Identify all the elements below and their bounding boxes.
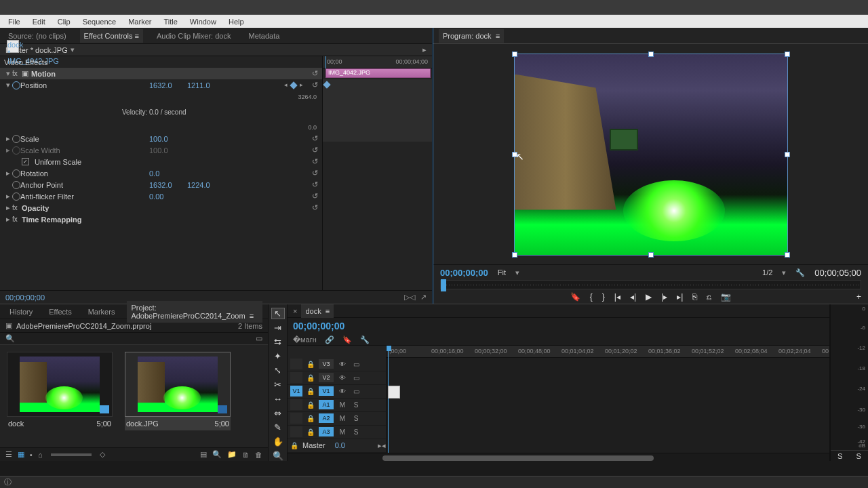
mute-a2-icon[interactable]: M xyxy=(338,415,347,422)
timeline-scroll-thumb[interactable] xyxy=(382,455,654,461)
tab-effects[interactable]: Effects xyxy=(45,305,75,319)
stopwatch-anchor-icon[interactable] xyxy=(12,181,20,189)
reset-scale-icon[interactable]: ↺ xyxy=(312,134,318,143)
menu-help[interactable]: Help xyxy=(223,16,250,27)
zoom-tool-icon[interactable]: 🔍 xyxy=(272,451,284,461)
selection-tool-icon[interactable]: ↖ xyxy=(272,308,284,319)
find-icon[interactable]: 🔍 xyxy=(212,450,222,459)
handle-tr[interactable] xyxy=(785,52,790,57)
timeline-timecode[interactable]: 00;00;00;00 xyxy=(293,321,344,331)
tl-settings-icon[interactable]: 🔧 xyxy=(360,336,370,344)
twirl-position[interactable]: ▾ xyxy=(4,81,12,89)
rolling-edit-tool-icon[interactable]: ✦ xyxy=(272,351,284,361)
razor-tool-icon[interactable]: ✂ xyxy=(272,380,284,390)
antiflicker-value[interactable]: 0.00 xyxy=(149,192,187,201)
reset-opacity-icon[interactable]: ↺ xyxy=(312,203,318,212)
twirl-motion[interactable]: ▾ xyxy=(4,69,12,78)
go-to-in-icon[interactable]: |◂ xyxy=(614,292,620,302)
track-v1[interactable]: V1 xyxy=(319,386,334,396)
uniform-scale-checkbox[interactable]: ✓ xyxy=(22,158,29,165)
solo-a2-icon[interactable]: S xyxy=(351,415,361,422)
menu-file[interactable]: File xyxy=(3,16,26,27)
track-v3[interactable]: V3 xyxy=(319,359,334,369)
opacity-label[interactable]: Opacity xyxy=(22,204,49,212)
tab-audio-mixer[interactable]: Audio Clip Mixer: dock xyxy=(153,29,235,43)
mark-out-icon[interactable]: } xyxy=(602,292,605,302)
export-frame-icon[interactable]: 📷 xyxy=(721,292,731,302)
zoom-dropdown-icon[interactable]: ▾ xyxy=(515,268,519,277)
program-time-ruler[interactable] xyxy=(440,280,861,289)
tab-program[interactable]: Program: dock ≡ xyxy=(439,29,504,43)
tab-effect-controls[interactable]: Effect Controls ≡ xyxy=(80,29,143,43)
list-view-icon[interactable]: ☰ xyxy=(5,450,12,459)
lock-a3-icon[interactable]: 🔒 xyxy=(307,428,315,436)
menu-window[interactable]: Window xyxy=(184,16,222,27)
stopwatch-scale-icon[interactable] xyxy=(12,135,20,143)
twirl-opacity[interactable]: ▸ xyxy=(4,203,12,212)
linked-selection-icon[interactable]: 🔗 xyxy=(325,336,334,344)
bin-item-image[interactable]: dock.JPG5;00 xyxy=(125,352,231,441)
playhead-arrow-icon[interactable]: ▸ xyxy=(422,45,427,54)
lock-a1-icon[interactable]: 🔒 xyxy=(307,401,315,409)
menu-clip[interactable]: Clip xyxy=(52,16,76,27)
scale-value[interactable]: 100.0 xyxy=(149,135,187,143)
lift-icon[interactable]: ⎘ xyxy=(692,292,697,302)
add-keyframe-icon[interactable] xyxy=(290,81,297,89)
track-select-tool-icon[interactable]: ⇥ xyxy=(272,323,284,333)
tab-metadata[interactable]: Metadata xyxy=(244,29,283,43)
lock-v3-icon[interactable]: 🔒 xyxy=(307,361,315,368)
handle-tc[interactable] xyxy=(648,52,654,57)
program-monitor[interactable]: ↖ xyxy=(433,44,868,264)
monitor-selection-frame[interactable] xyxy=(514,54,788,256)
handle-tl[interactable] xyxy=(512,52,517,57)
eye-v1-icon[interactable]: 👁 xyxy=(338,388,347,395)
freeform-view-icon[interactable]: ▪ xyxy=(30,451,33,459)
resolution-dropdown-icon[interactable]: ▾ xyxy=(782,268,786,277)
sort-icon-icon[interactable]: ⌂ xyxy=(38,451,43,459)
reset-antiflicker-icon[interactable]: ↺ xyxy=(312,192,318,201)
menu-title[interactable]: Title xyxy=(158,16,182,27)
lock-v2-icon[interactable]: 🔒 xyxy=(307,374,315,382)
source-v1[interactable]: V1 xyxy=(290,386,302,396)
mark-in-icon[interactable]: { xyxy=(590,292,593,302)
status-info-icon[interactable]: ⓘ xyxy=(4,477,12,487)
twirl-timeremapping[interactable]: ▸ xyxy=(4,215,12,224)
track-v2[interactable]: V2 xyxy=(319,373,334,382)
handle-bc[interactable] xyxy=(648,252,654,258)
program-timecode[interactable]: 00;00;00;00 xyxy=(440,268,488,278)
reset-uniform-icon[interactable]: ↺ xyxy=(312,157,318,166)
tab-sequence[interactable]: dock ≡ xyxy=(301,304,334,318)
icon-view-icon[interactable]: ▦ xyxy=(18,450,24,459)
handle-rc[interactable] xyxy=(785,152,790,157)
button-editor-icon[interactable]: + xyxy=(856,292,861,302)
tab-history[interactable]: History xyxy=(5,305,37,319)
twirl-rotation[interactable]: ▸ xyxy=(4,169,12,178)
rate-stretch-tool-icon[interactable]: ⤡ xyxy=(272,365,284,375)
menu-sequence[interactable]: Sequence xyxy=(77,16,122,27)
mute-a1-icon[interactable]: M xyxy=(338,401,347,409)
stopwatch-antiflicker-icon[interactable] xyxy=(12,192,20,201)
mute-a3-icon[interactable]: M xyxy=(338,428,347,436)
ec-keyframe-area[interactable] xyxy=(323,79,432,142)
handle-bl[interactable] xyxy=(512,252,517,258)
menu-marker[interactable]: Marker xyxy=(123,16,157,27)
pen-tool-icon[interactable]: ✎ xyxy=(272,422,284,432)
play-icon[interactable]: ▶ xyxy=(646,292,652,302)
prev-keyframe-icon[interactable]: ◂ xyxy=(283,82,289,88)
master-gain[interactable]: 0.0 xyxy=(335,441,345,449)
reset-position-icon[interactable]: ↺ xyxy=(312,81,318,89)
motion-label[interactable]: Motion xyxy=(31,70,56,78)
close-tab-icon[interactable]: × xyxy=(293,307,297,315)
reset-scalewidth-icon[interactable]: ↺ xyxy=(312,146,318,155)
effect-controls-timeline[interactable]: 00;00 00;00;04;00 IMG_4042.JPG xyxy=(322,56,432,290)
ec-playhead[interactable] xyxy=(326,56,326,68)
twirl-antiflicker[interactable]: ▸ xyxy=(4,192,12,201)
sync-v3-icon[interactable]: ▭ xyxy=(351,361,361,368)
sync-v2-icon[interactable]: ▭ xyxy=(351,374,361,382)
solo-a3-icon[interactable]: S xyxy=(351,428,361,436)
sync-v1-icon[interactable]: ▭ xyxy=(351,388,361,395)
solo-left-icon[interactable]: S xyxy=(837,452,842,460)
search-icon[interactable]: 🔍 xyxy=(5,334,15,343)
ec-timecode[interactable]: 00;00;00;00 xyxy=(5,293,45,302)
solo-right-icon[interactable]: S xyxy=(856,452,861,460)
